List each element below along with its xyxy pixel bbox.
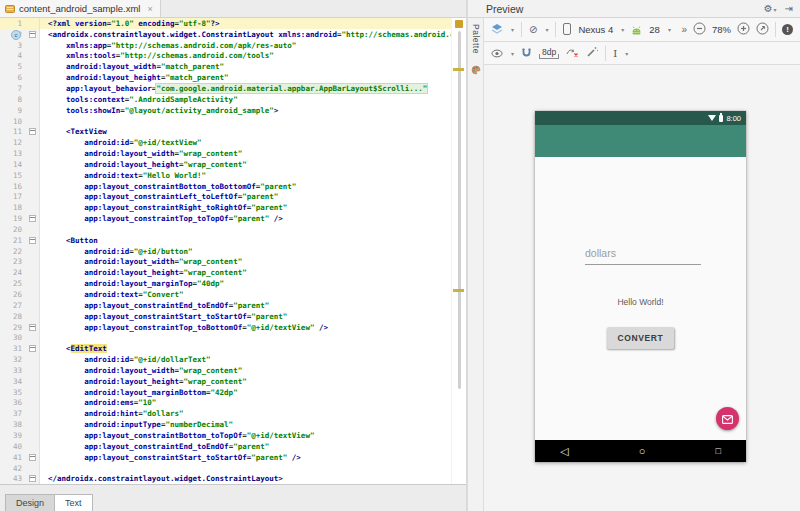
orientation-icon[interactable]: ⊘ [529, 25, 537, 35]
class-badge-icon[interactable]: c [11, 30, 21, 40]
code-line[interactable]: 25 android:layout_marginTop="40dp" [0, 278, 466, 289]
hide-panel-icon[interactable]: ⇥ [785, 4, 793, 14]
code-editor[interactable]: 1<?xml version="1.0" encoding="utf-8"?>2… [0, 18, 466, 484]
code-line[interactable]: 5 android:layout_width="match_parent" [0, 61, 466, 72]
zoom-fit-icon[interactable] [756, 21, 769, 39]
code-line[interactable]: 43</androidx.constraintlayout.widget.Con… [0, 473, 466, 484]
code-line[interactable]: 20 [0, 224, 466, 235]
code-line[interactable]: 15 android:text="Hello World!" [0, 170, 466, 181]
fold-marker-icon[interactable] [29, 324, 36, 331]
line-number: 18 [0, 202, 26, 213]
fold-marker-icon[interactable] [29, 475, 36, 482]
warning-mark[interactable] [453, 68, 464, 71]
gutter [26, 257, 40, 268]
code-line[interactable]: 13 android:layout_width="wrap_content" [0, 148, 466, 159]
fold-marker-icon[interactable] [29, 128, 36, 135]
code-line[interactable]: 23 android:layout_width="wrap_content" [0, 257, 466, 268]
palette-icon[interactable] [471, 61, 481, 79]
close-icon[interactable]: × [147, 4, 152, 14]
tab-text[interactable]: Text [54, 494, 93, 511]
fold-marker-icon[interactable] [29, 237, 36, 244]
infer-constraints-wand-icon[interactable] [586, 44, 598, 62]
code-line[interactable]: 24 android:layout_height="wrap_content" [0, 267, 466, 278]
code-line[interactable]: 35 android:layout_marginBottom="42dp" [0, 387, 466, 398]
code-line[interactable]: 12 android:id="@+id/textView" [0, 137, 466, 148]
code-line[interactable]: 7 app:layout_behavior="com.google.androi… [0, 83, 466, 94]
code-line[interactable]: 14 android:layout_height="wrap_content" [0, 159, 466, 170]
code-line[interactable]: 27 app:layout_constraintEnd_toEndOf="par… [0, 300, 466, 311]
code-line[interactable]: 38 android:inputType="numberDecimal" [0, 419, 466, 430]
more-chevrons-icon[interactable]: » [681, 25, 687, 35]
default-margins-button[interactable]: 8dp [539, 47, 559, 59]
dollars-edittext[interactable]: dollars [585, 247, 701, 265]
code-line[interactable]: 41 app:layout_constraintStart_toStartOf=… [0, 452, 466, 463]
zoom-out-icon[interactable] [693, 21, 706, 39]
design-surface-icon[interactable] [491, 21, 503, 39]
zoom-in-icon[interactable] [737, 21, 750, 39]
tab-design[interactable]: Design [5, 494, 55, 511]
code-line[interactable]: 21 <Button [0, 235, 466, 246]
back-icon[interactable]: ◁ [560, 446, 568, 457]
code-line[interactable]: 1<?xml version="1.0" encoding="utf-8"?> [0, 18, 466, 29]
api-level-selector[interactable]: 28 [649, 24, 660, 35]
code-line[interactable]: 28 app:layout_constraintStart_toStartOf=… [0, 311, 466, 322]
warning-mark[interactable] [453, 289, 464, 292]
code-line[interactable]: 36 android:ems="10" [0, 398, 466, 409]
clear-constraints-icon[interactable] [566, 44, 579, 62]
gutter [26, 94, 40, 105]
fold-marker-icon[interactable] [29, 31, 36, 38]
file-tab[interactable]: content_android_sample.xml × [0, 0, 161, 17]
device-selector[interactable]: Nexus 4 [578, 24, 613, 35]
line-number: 29 [0, 322, 26, 333]
errors-indicator-icon[interactable]: ! [782, 24, 793, 35]
line-number: 21 [0, 235, 26, 246]
convert-button[interactable]: CONVERT [607, 327, 675, 349]
code-text: <TextView [40, 127, 107, 136]
code-line[interactable]: 30 [0, 332, 466, 343]
fold-marker-icon[interactable] [29, 454, 36, 461]
fab-button[interactable] [716, 407, 739, 430]
code-line[interactable]: 10 [0, 116, 466, 127]
code-line[interactable]: 16 app:layout_constraintBottom_toBottomO… [0, 181, 466, 192]
code-text: xmlns:app="http://schemas.android.com/ap… [40, 41, 296, 50]
code-line[interactable]: 18 app:layout_constraintRight_toRightOf=… [0, 202, 466, 213]
code-line[interactable]: 42 [0, 463, 466, 474]
line-number: 24 [0, 267, 26, 278]
code-line[interactable]: 9 tools:showIn="@layout/activity_android… [0, 105, 466, 116]
code-line[interactable]: 39 app:layout_constraintBottom_toTopOf="… [0, 430, 466, 441]
code-line[interactable]: 11 <TextView [0, 126, 466, 137]
code-line[interactable]: 19 app:layout_constraintTop_toTopOf="par… [0, 213, 466, 224]
fold-marker-icon[interactable] [29, 345, 36, 352]
code-line[interactable]: 22 android:id="@+id/button" [0, 246, 466, 257]
code-line[interactable]: 32 android:id="@+id/dollarText" [0, 354, 466, 365]
gutter [26, 159, 40, 170]
code-line[interactable]: 34 android:layout_height="wrap_content" [0, 376, 466, 387]
view-options-eye-icon[interactable] [491, 44, 503, 62]
recents-icon[interactable]: □ [716, 447, 721, 456]
code-line[interactable]: 17 app:layout_constraintLeft_toLeftOf="p… [0, 192, 466, 203]
code-line[interactable]: 8 tools:context=".AndroidSampleActivity" [0, 94, 466, 105]
scrollbar-thumb[interactable] [458, 31, 461, 389]
code-line[interactable]: 40 app:layout_constraintEnd_toEndOf="par… [0, 441, 466, 452]
home-icon[interactable]: ○ [639, 446, 646, 457]
inspections-indicator-icon[interactable] [455, 20, 463, 28]
code-line[interactable]: 3 xmlns:app="http://schemas.android.com/… [0, 40, 466, 51]
preview-canvas[interactable]: 8:00 dollars Hello World! CONVERT [484, 65, 800, 511]
code-line[interactable]: 37 android:hint="dollars" [0, 408, 466, 419]
code-text: android:inputType="numberDecimal" [40, 420, 233, 429]
guideline-ibeam-icon[interactable]: Ⅰ [613, 48, 617, 59]
code-line[interactable]: 33 android:layout_width="wrap_content" [0, 365, 466, 376]
code-line[interactable]: 29 app:layout_constraintTop_toBottomOf="… [0, 322, 466, 333]
line-number: 14 [0, 159, 26, 170]
fold-marker-icon[interactable] [29, 215, 36, 222]
autoconnect-magnet-icon[interactable] [521, 44, 532, 62]
code-line[interactable]: 26 android:text="Convert" [0, 289, 466, 300]
code-line[interactable]: 2<androidx.constraintlayout.widget.Const… [0, 29, 466, 40]
code-line[interactable]: 4 xmlns:tools="http://schemas.android.co… [0, 51, 466, 62]
line-number: 43 [0, 473, 26, 484]
palette-tab[interactable]: Palette [471, 24, 481, 54]
gear-icon[interactable]: ⚙▾ [764, 4, 777, 14]
gutter [26, 387, 40, 398]
code-line[interactable]: 31 <EditText [0, 343, 466, 354]
code-line[interactable]: 6 android:layout_height="match_parent" [0, 72, 466, 83]
